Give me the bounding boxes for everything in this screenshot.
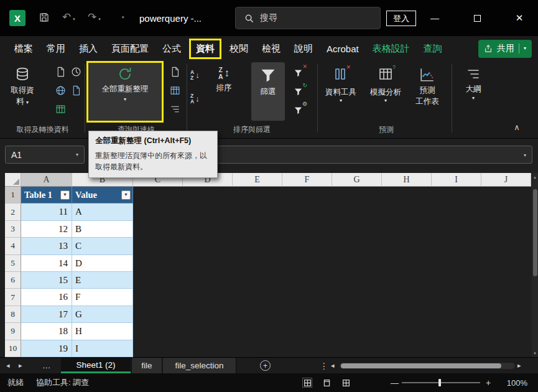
- cell-b8[interactable]: G: [72, 306, 133, 323]
- row-header[interactable]: 3: [5, 221, 21, 238]
- advanced-filter-button[interactable]: ⚙: [291, 103, 305, 117]
- scroll-up-icon[interactable]: ▴: [534, 175, 536, 179]
- horizontal-scroll-thumb[interactable]: [341, 363, 501, 368]
- cell-b4[interactable]: C: [72, 238, 133, 254]
- redo-caret-icon[interactable]: ▾: [98, 17, 101, 22]
- column-header-i[interactable]: I: [432, 173, 481, 187]
- filter-button[interactable]: 篩選: [251, 62, 285, 121]
- filter-dropdown-button[interactable]: ▼: [121, 190, 131, 200]
- hscroll-left-icon[interactable]: ◂: [331, 358, 335, 373]
- column-header-f[interactable]: F: [282, 173, 332, 187]
- minimize-button[interactable]: —: [420, 0, 449, 36]
- undo-button[interactable]: ↶▾: [62, 12, 75, 22]
- row-header[interactable]: 1: [5, 187, 21, 203]
- from-text-csv-button[interactable]: [53, 65, 67, 78]
- row-header[interactable]: 8: [5, 306, 21, 323]
- cell-a3[interactable]: 12: [21, 221, 72, 238]
- sheet-nav-left-icon[interactable]: ◂: [6, 358, 10, 373]
- sign-in-button[interactable]: 登入: [386, 11, 416, 26]
- row-header[interactable]: 6: [5, 272, 21, 289]
- row-header[interactable]: 4: [5, 238, 21, 254]
- sheet-tab-sheet1-active[interactable]: Sheet1 (2): [61, 358, 131, 373]
- cell-a4[interactable]: 13: [21, 238, 72, 254]
- cell-b10[interactable]: I: [72, 340, 133, 357]
- cell-b5[interactable]: D: [72, 255, 133, 272]
- table-header-cell-a1[interactable]: Table 1 ▼: [21, 187, 72, 203]
- what-if-analysis-button[interactable]: ? 模擬分析 ▾: [367, 62, 404, 121]
- clear-filter-button[interactable]: ✕: [291, 66, 305, 80]
- accessibility-status[interactable]: 協助工具: 調查: [36, 373, 89, 392]
- row-header[interactable]: 5: [5, 255, 21, 272]
- sort-descending-button[interactable]: ZA ↓: [190, 93, 200, 105]
- share-caret-icon[interactable]: ▾: [524, 46, 526, 51]
- sheet-nav-right-icon[interactable]: ▸: [19, 358, 22, 373]
- tab-view[interactable]: 檢視: [255, 36, 287, 61]
- sheet-tab-file-selection[interactable]: file_selection: [163, 358, 236, 373]
- page-layout-view-button[interactable]: [322, 378, 332, 388]
- more-sheets-button[interactable]: …: [42, 358, 51, 373]
- new-sheet-button[interactable]: +: [260, 360, 271, 371]
- formula-bar-expand-icon[interactable]: ▾: [524, 153, 526, 158]
- tab-home[interactable]: 常用: [40, 36, 72, 61]
- column-header-h[interactable]: H: [382, 173, 432, 187]
- existing-connections-button[interactable]: [69, 83, 83, 97]
- from-table-range-button[interactable]: [53, 102, 67, 116]
- select-all-corner[interactable]: [5, 173, 21, 187]
- cell-a7[interactable]: 16: [21, 289, 72, 306]
- cell-a9[interactable]: 18: [21, 323, 72, 340]
- save-button[interactable]: [39, 12, 50, 23]
- cell-b6[interactable]: E: [72, 272, 133, 289]
- tabbar-menu-icon[interactable]: ⋮: [320, 358, 328, 373]
- zoom-level[interactable]: 100%: [496, 373, 527, 392]
- tab-data-highlighted[interactable]: 資料: [189, 39, 221, 59]
- table-header-cell-b1[interactable]: Value ▼: [72, 187, 133, 203]
- data-tools-button[interactable]: ✕ 資料工具 ▾: [322, 62, 359, 121]
- sort-button[interactable]: ZA ↕ 排序: [210, 62, 238, 121]
- row-header[interactable]: 2: [5, 203, 21, 220]
- zoom-slider-track[interactable]: [402, 382, 480, 383]
- normal-view-button[interactable]: [302, 378, 312, 388]
- cell-a2[interactable]: 11: [21, 203, 72, 220]
- tab-acrobat[interactable]: Acrobat: [320, 36, 366, 61]
- row-header[interactable]: 9: [5, 323, 21, 340]
- tab-formulas[interactable]: 公式: [155, 36, 188, 61]
- edit-links-button[interactable]: [168, 102, 182, 116]
- tab-insert[interactable]: 插入: [72, 36, 104, 61]
- column-header-a[interactable]: A: [21, 173, 72, 187]
- collapse-ribbon-button[interactable]: ∧: [508, 123, 526, 132]
- cell-a5[interactable]: 14: [21, 255, 72, 272]
- tab-table-design[interactable]: 表格設計: [366, 36, 417, 61]
- row-header[interactable]: 10: [5, 340, 21, 357]
- zoom-out-button[interactable]: —: [391, 373, 399, 392]
- page-break-view-button[interactable]: [341, 378, 351, 388]
- sort-ascending-button[interactable]: AZ ↓: [190, 70, 200, 81]
- undo-caret-icon[interactable]: ▾: [73, 17, 75, 22]
- refresh-all-button[interactable]: 全部重新整理 ▾: [88, 63, 162, 121]
- maximize-button[interactable]: [463, 0, 491, 36]
- cell-b3[interactable]: B: [72, 221, 133, 238]
- cell-b2[interactable]: A: [72, 203, 133, 220]
- tab-file[interactable]: 檔案: [7, 36, 40, 61]
- search-input[interactable]: 搜尋: [235, 7, 381, 29]
- tab-review[interactable]: 校閱: [223, 36, 255, 61]
- column-header-j[interactable]: J: [481, 173, 531, 187]
- reapply-filter-button[interactable]: ↻: [291, 85, 305, 98]
- zoom-slider-thumb[interactable]: [438, 379, 441, 386]
- query-properties-button[interactable]: [168, 65, 182, 78]
- tab-help[interactable]: 說明: [287, 36, 320, 61]
- filter-dropdown-button[interactable]: ▼: [60, 190, 70, 200]
- sheet-tab-file[interactable]: file: [131, 358, 162, 373]
- hscroll-right-icon[interactable]: ▸: [517, 358, 521, 373]
- cell-a6[interactable]: 15: [21, 272, 72, 289]
- tab-query[interactable]: 查詢: [417, 36, 449, 61]
- from-web-button[interactable]: [53, 83, 67, 97]
- zoom-in-button[interactable]: +: [486, 373, 491, 392]
- cell-a10[interactable]: 19: [21, 340, 72, 357]
- scroll-down-icon[interactable]: ▾: [534, 351, 536, 355]
- vertical-scroll-thumb[interactable]: [533, 189, 537, 276]
- workbook-connections-button[interactable]: [168, 83, 182, 97]
- redo-button[interactable]: ↷▾: [88, 12, 101, 22]
- name-box[interactable]: A1 ▾: [5, 146, 85, 164]
- recent-sources-button[interactable]: [69, 65, 83, 78]
- quick-access-toolbar-menu[interactable]: ▾: [122, 15, 124, 21]
